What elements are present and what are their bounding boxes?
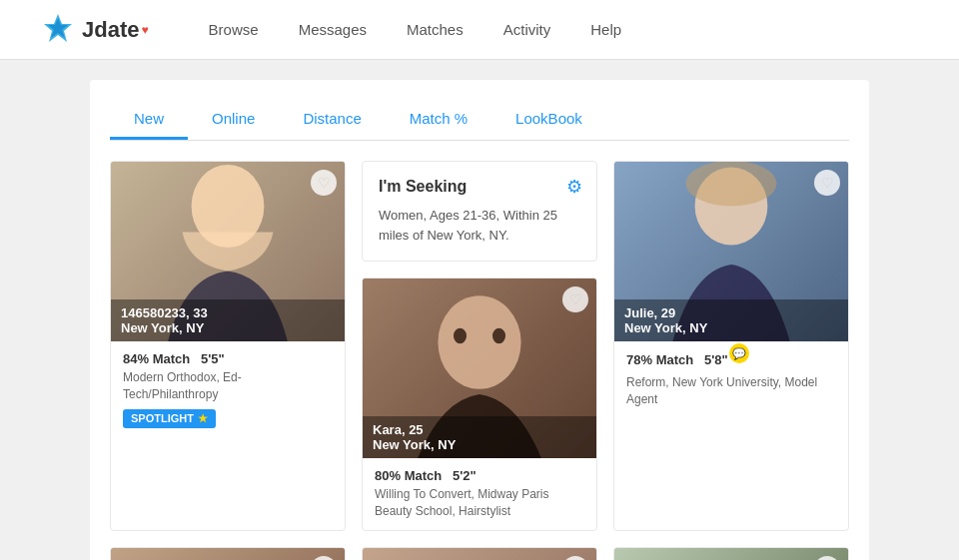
tab-match-percent[interactable]: Match %	[386, 100, 491, 140]
tab-lookbook[interactable]: LookBook	[491, 100, 606, 140]
card-match-julie: 78% Match 5'8" 💬	[626, 351, 836, 371]
profile-card-orlaith: ♡ Orlaith, 21 Dumont, NJ 69% Match Tradi…	[110, 547, 346, 560]
header: Jdate ♥ Browse Messages Matches Activity…	[0, 0, 959, 60]
logo-icon	[40, 12, 76, 48]
card-body-kara: 80% Match 5'2" Willing To Convert, Midwa…	[363, 458, 596, 530]
svg-point-6	[454, 328, 467, 344]
card-image-gabrielle: ♡ Gabrielle, 21 Summit, NJ	[614, 548, 848, 560]
spotlight-badge-0: SPOTLIGHT ★	[123, 409, 216, 428]
tab-online[interactable]: Online	[188, 100, 279, 140]
profile-card-0: ♡ 146580233, 33 New York, NY 84% Match 5…	[110, 161, 346, 531]
svg-rect-15	[363, 548, 596, 560]
nav-activity[interactable]: Activity	[503, 17, 551, 42]
card-detail-julie: Reform, New York University, Model Agent	[626, 374, 836, 408]
seeking-settings-icon[interactable]: ⚙	[566, 176, 582, 198]
seeking-text: Women, Ages 21-36, Within 25 miles of Ne…	[379, 206, 580, 245]
card-image-0: ♡ 146580233, 33 New York, NY	[111, 162, 345, 341]
logo-heart-icon: ♥	[141, 23, 148, 37]
card-name-overlay-0: 146580233, 33 New York, NY	[111, 299, 345, 341]
heart-button-kara[interactable]: ♡	[562, 286, 588, 312]
main-content: New Online Distance Match % LookBook	[90, 80, 869, 560]
middle-column: I'm Seeking Women, Ages 21-36, Within 25…	[362, 161, 597, 531]
card-body-julie: 78% Match 5'8" 💬 Reform, New York Univer…	[614, 341, 848, 418]
profile-card-anon: ♡	[362, 547, 597, 560]
card-image-orlaith: ♡ Orlaith, 21 Dumont, NJ	[111, 548, 345, 560]
nav-matches[interactable]: Matches	[407, 17, 464, 42]
profile-grid: ♡ 146580233, 33 New York, NY 84% Match 5…	[110, 161, 849, 560]
sub-tabs: New Online Distance Match % LookBook	[110, 100, 849, 141]
nav-browse[interactable]: Browse	[209, 17, 259, 42]
profile-card-julie: ♡ Julie, 29 New York, NY 78% Match 5'8" …	[613, 161, 849, 531]
card-detail-kara: Willing To Convert, Midway Paris Beauty …	[375, 486, 584, 520]
svg-rect-10	[686, 162, 777, 207]
svg-point-7	[492, 328, 505, 344]
card-detail-0: Modern Orthodox, Ed-Tech/Philanthropy	[123, 369, 333, 403]
profile-card-kara: ♡ Kara, 25 New York, NY 80% Match 5'2" W…	[362, 278, 597, 531]
card-name-overlay-julie: Julie, 29 New York, NY	[614, 299, 848, 341]
main-nav: Browse Messages Matches Activity Help	[209, 17, 621, 42]
tab-new[interactable]: New	[110, 100, 188, 140]
card-image-kara: ♡ Kara, 25 New York, NY	[363, 279, 596, 458]
logo-text: Jdate	[82, 17, 139, 43]
star-icon-0: ★	[198, 412, 208, 425]
card-body-0: 84% Match 5'5" Modern Orthodox, Ed-Tech/…	[111, 341, 345, 438]
heart-button-0[interactable]: ♡	[311, 170, 337, 196]
svg-point-5	[438, 295, 520, 389]
chat-badge-julie: 💬	[729, 343, 749, 363]
heart-button-julie[interactable]: ♡	[814, 170, 840, 196]
nav-messages[interactable]: Messages	[299, 17, 367, 42]
card-image-anon: ♡	[363, 548, 596, 560]
card-match-kara: 80% Match 5'2"	[375, 468, 584, 483]
logo[interactable]: Jdate ♥	[40, 12, 149, 48]
svg-rect-19	[614, 548, 848, 560]
card-image-julie: ♡ Julie, 29 New York, NY	[614, 162, 848, 341]
profile-card-gabrielle: ♡ Gabrielle, 21 Summit, NJ 77% Match 5'5…	[613, 547, 849, 560]
tab-distance[interactable]: Distance	[279, 100, 385, 140]
seeking-card: I'm Seeking Women, Ages 21-36, Within 25…	[362, 161, 597, 262]
card-name-overlay-kara: Kara, 25 New York, NY	[363, 416, 596, 458]
card-match-0: 84% Match 5'5"	[123, 351, 333, 366]
seeking-title: I'm Seeking	[379, 178, 580, 196]
nav-help[interactable]: Help	[590, 17, 621, 42]
svg-rect-11	[111, 548, 345, 560]
